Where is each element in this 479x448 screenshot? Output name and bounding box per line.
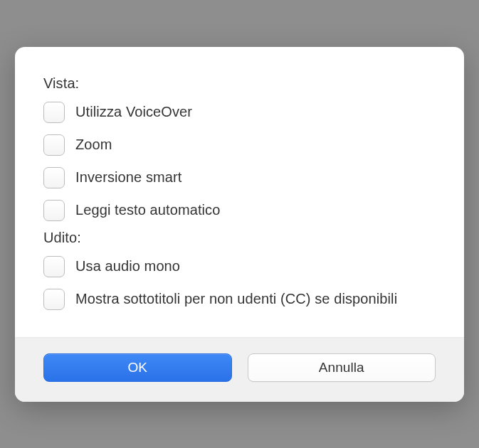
dialog-footer: OK Annulla — [15, 337, 464, 402]
checkbox-closed-captions[interactable] — [43, 289, 65, 310]
ok-button[interactable]: OK — [43, 353, 232, 382]
checkbox-row-mono-audio: Usa audio mono — [43, 250, 436, 283]
checkbox-speak-auto-text[interactable] — [43, 200, 65, 221]
hearing-section-label: Udito: — [43, 230, 436, 246]
checkbox-row-voiceover: Utilizza VoiceOver — [43, 96, 436, 129]
checkbox-voiceover[interactable] — [43, 102, 65, 123]
checkbox-label-voiceover: Utilizza VoiceOver — [75, 104, 192, 120]
checkbox-row-speak-auto-text: Leggi testo automatico — [43, 194, 436, 227]
checkbox-label-zoom: Zoom — [75, 137, 112, 153]
cancel-button[interactable]: Annulla — [248, 353, 436, 382]
checkbox-zoom[interactable] — [43, 134, 65, 156]
checkbox-smart-invert[interactable] — [43, 167, 65, 188]
dialog-content: Vista: Utilizza VoiceOver Zoom Inversion… — [15, 47, 464, 337]
checkbox-label-closed-captions: Mostra sottotitoli per non udenti (CC) s… — [75, 291, 397, 307]
checkbox-row-zoom: Zoom — [43, 129, 436, 161]
checkbox-label-mono-audio: Usa audio mono — [75, 258, 180, 274]
checkbox-row-closed-captions: Mostra sottotitoli per non udenti (CC) s… — [43, 283, 436, 316]
checkbox-row-smart-invert: Inversione smart — [43, 161, 436, 194]
checkbox-mono-audio[interactable] — [43, 256, 65, 277]
checkbox-label-speak-auto-text: Leggi testo automatico — [75, 202, 220, 218]
checkbox-label-smart-invert: Inversione smart — [75, 169, 181, 186]
accessibility-dialog: Vista: Utilizza VoiceOver Zoom Inversion… — [15, 47, 464, 402]
vision-section-label: Vista: — [43, 75, 436, 92]
